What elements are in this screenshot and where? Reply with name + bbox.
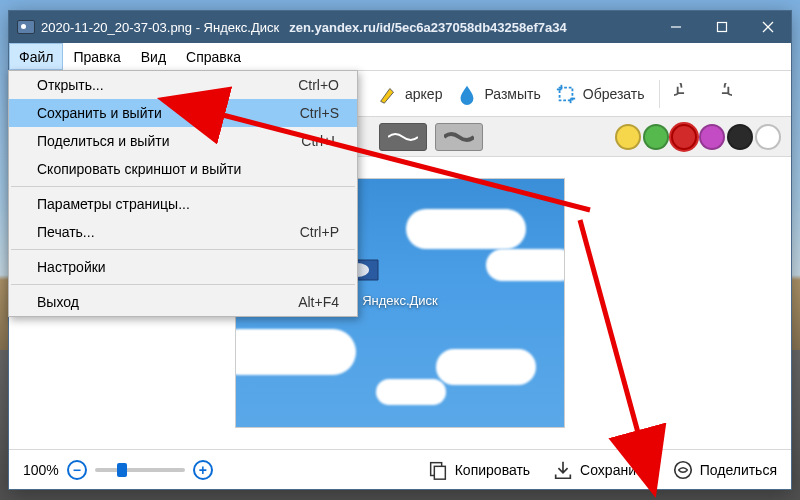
canvas-label: Яндекс.Диск [362,293,438,308]
share-label: Поделиться [700,462,777,478]
svg-rect-4 [559,87,572,100]
save-button[interactable]: Сохранить [552,459,650,481]
file-menu-dropdown: Открыть... Ctrl+O Сохранить и выйти Ctrl… [8,70,358,317]
save-icon [552,459,574,481]
tool-marker[interactable]: аркер [377,83,442,105]
blur-icon [456,83,478,105]
redo-icon [710,83,732,105]
menu-separator [11,186,355,187]
titlebar[interactable]: 2020-11-20_20-37-03.png - Яндекс.Диск ze… [9,11,791,43]
copy-icon [427,459,449,481]
menu-settings[interactable]: Настройки [9,253,357,281]
tool-blur[interactable]: Размыть [456,83,540,105]
menu-share-exit[interactable]: Поделиться и выйти Ctrl+L [9,127,357,155]
marker-icon [377,83,399,105]
color-black[interactable] [727,124,753,150]
menu-view[interactable]: Вид [131,43,176,70]
crop-icon [555,83,577,105]
menu-separator [11,284,355,285]
menu-separator [11,249,355,250]
tool-blur-label: Размыть [484,86,540,102]
page-url: zen.yandex.ru/id/5ec6a237058db43258ef7a3… [289,20,567,35]
color-palette [615,124,781,150]
menu-file[interactable]: Файл [9,43,63,70]
zoom-value: 100% [23,462,59,478]
app-icon [17,20,35,34]
tool-crop-label: Обрезать [583,86,645,102]
svg-rect-1 [718,23,727,32]
menu-exit[interactable]: Выход Alt+F4 [9,288,357,316]
menu-page-setup[interactable]: Параметры страницы... [9,190,357,218]
color-purple[interactable] [699,124,725,150]
color-yellow[interactable] [615,124,641,150]
color-green[interactable] [643,124,669,150]
tool-crop[interactable]: Обрезать [555,83,645,105]
undo-icon [674,83,696,105]
maximize-button[interactable] [699,11,745,43]
menu-print[interactable]: Печать... Ctrl+P [9,218,357,246]
line-style-thin[interactable] [379,123,427,151]
zoom-out-button[interactable]: − [67,460,87,480]
close-button[interactable] [745,11,791,43]
zoom-in-button[interactable]: + [193,460,213,480]
menu-copy-screenshot-exit[interactable]: Скопировать скриншот и выйти [9,155,357,183]
copy-button[interactable]: Копировать [427,459,530,481]
color-white[interactable] [755,124,781,150]
menu-open[interactable]: Открыть... Ctrl+O [9,71,357,99]
tool-marker-label: аркер [405,86,442,102]
color-red[interactable] [671,124,697,150]
share-button[interactable]: Поделиться [672,459,777,481]
copy-label: Копировать [455,462,530,478]
svg-point-12 [674,461,691,478]
line-style-thick[interactable] [435,123,483,151]
statusbar: 100% − + Копировать Сохранить [9,449,791,489]
tool-undo[interactable] [674,83,696,105]
menu-edit[interactable]: Правка [63,43,130,70]
menubar: Файл Правка Вид Справка [9,43,791,71]
svg-rect-11 [434,466,445,479]
toolbar-separator [659,80,660,108]
zoom-control: 100% − + [23,460,213,480]
share-icon [672,459,694,481]
save-label: Сохранить [580,462,650,478]
window-title: 2020-11-20_20-37-03.png - Яндекс.Диск [41,20,279,35]
menu-help[interactable]: Справка [176,43,251,70]
tool-redo[interactable] [710,83,732,105]
menu-save-exit[interactable]: Сохранить и выйти Ctrl+S [9,99,357,127]
zoom-slider[interactable] [95,468,185,472]
minimize-button[interactable] [653,11,699,43]
